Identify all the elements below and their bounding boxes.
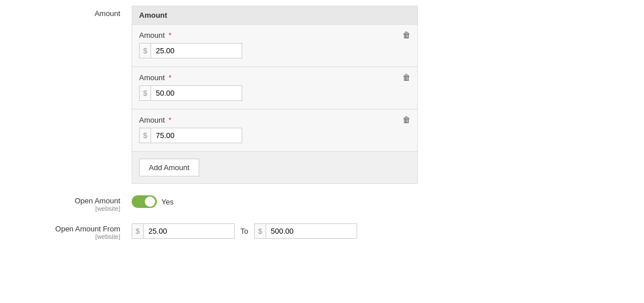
amount-3-input-wrapper: $: [139, 128, 242, 143]
open-amount-label: Open Amount [website]: [0, 193, 132, 212]
open-amount-from-currency: $: [132, 224, 144, 238]
amount-2-input-wrapper: $: [139, 85, 242, 101]
amount-1-input[interactable]: [151, 44, 226, 58]
open-amount-from-content: $ To $: [132, 221, 418, 239]
open-amount-yes-text: Yes: [161, 198, 173, 206]
delete-amount-1-button[interactable]: 🗑: [402, 30, 410, 40]
currency-symbol-2: $: [140, 86, 151, 100]
open-amount-from-sublabel: [website]: [0, 233, 120, 240]
open-amount-from-label-text: Open Amount From: [56, 225, 120, 233]
open-amount-sublabel: [website]: [0, 205, 120, 212]
amount-section: Amount Amount * 🗑 $: [132, 6, 418, 184]
add-amount-button[interactable]: Add Amount: [139, 159, 199, 176]
open-amount-from-wrapper: $: [132, 223, 235, 239]
to-label: To: [240, 227, 248, 235]
open-amount-to-wrapper: $: [254, 223, 357, 239]
open-amount-content: Yes: [132, 193, 418, 208]
amount-label: Amount: [0, 6, 132, 18]
currency-symbol-3: $: [140, 128, 151, 143]
amount-3-input[interactable]: [151, 128, 226, 143]
open-amount-label-text: Open Amount: [75, 196, 121, 205]
amount-item-3-label: Amount *: [139, 116, 172, 124]
amount-section-header: Amount: [132, 6, 417, 25]
open-amount-from-row: Open Amount From [website] $ To $: [0, 221, 644, 240]
amount-item-1-label: Amount *: [139, 31, 172, 40]
amount-2-input[interactable]: [151, 86, 226, 100]
delete-amount-2-button[interactable]: 🗑: [402, 73, 410, 82]
open-amount-from-input[interactable]: [144, 224, 218, 238]
open-amount-from-label: Open Amount From [website]: [0, 221, 132, 240]
add-amount-section: Add Amount: [132, 152, 417, 183]
open-amount-to-input[interactable]: [266, 224, 341, 238]
amount-1-input-wrapper: $: [139, 43, 242, 58]
amount-content: Amount Amount * 🗑 $: [132, 6, 418, 184]
open-amount-to-currency: $: [255, 224, 266, 238]
currency-symbol-1: $: [140, 44, 151, 58]
open-amount-row: Open Amount [website] Yes: [0, 193, 644, 212]
delete-amount-3-button[interactable]: 🗑: [402, 115, 410, 124]
amount-label-text: Amount: [94, 9, 120, 18]
amount-item-1: Amount * 🗑 $: [132, 25, 417, 67]
amount-row: Amount Amount Amount * 🗑: [0, 6, 644, 184]
amount-item-2: Amount * 🗑 $: [132, 67, 417, 109]
open-amount-toggle[interactable]: [132, 195, 157, 208]
amount-item-2-label: Amount *: [139, 73, 172, 82]
amount-item-3: Amount * 🗑 $: [132, 109, 417, 152]
